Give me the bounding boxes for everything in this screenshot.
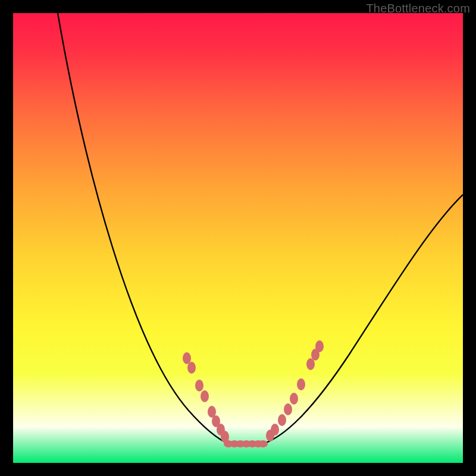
- watermark-text: TheBottleneck.com: [366, 2, 470, 15]
- curve-right: [263, 195, 463, 444]
- data-point: [195, 380, 203, 392]
- data-point: [278, 414, 286, 426]
- curve-group: [58, 13, 463, 444]
- curve-left: [58, 13, 228, 444]
- dots-right: [266, 340, 324, 441]
- data-point: [271, 424, 279, 436]
- data-point: [187, 362, 196, 374]
- data-point: [297, 378, 305, 390]
- data-point: [306, 358, 315, 370]
- bottleneck-curve: [13, 13, 463, 463]
- data-point: [183, 352, 191, 364]
- gradient-plot-area: [13, 13, 463, 463]
- data-point: [315, 340, 324, 352]
- data-point: [258, 440, 268, 447]
- data-point: [284, 403, 292, 415]
- data-point: [290, 393, 298, 405]
- dots-flat: [224, 440, 268, 447]
- data-point: [201, 390, 209, 402]
